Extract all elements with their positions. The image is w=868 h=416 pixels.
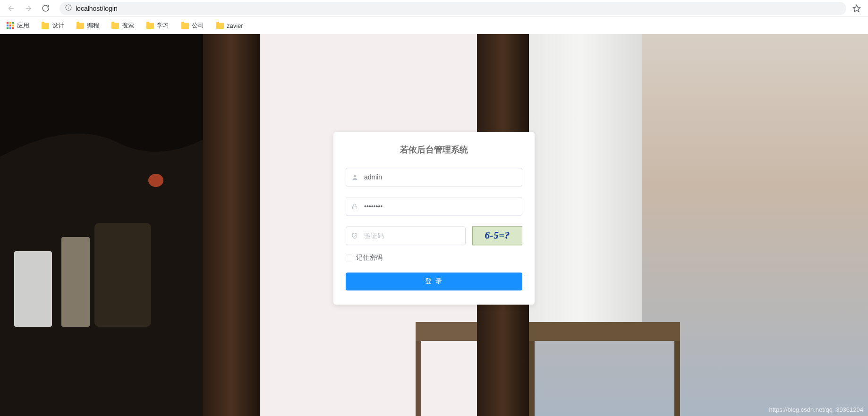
svg-rect-15 <box>94 223 151 327</box>
login-title: 若依后台管理系统 <box>346 144 522 155</box>
bookmark-star-button[interactable] <box>850 2 863 15</box>
folder-icon <box>146 23 154 29</box>
bookmark-folder[interactable]: 编程 <box>75 19 101 32</box>
svg-rect-9 <box>529 341 535 416</box>
login-card: 若依后台管理系统 6-5=? 记住密码 <box>333 132 535 305</box>
svg-rect-19 <box>352 206 357 209</box>
folder-icon <box>42 23 49 29</box>
folder-icon <box>77 23 84 29</box>
nav-back-button[interactable] <box>5 2 18 15</box>
captcha-input[interactable] <box>346 226 466 245</box>
nav-reload-button[interactable] <box>39 2 52 15</box>
folder-icon <box>181 23 189 29</box>
password-input[interactable] <box>346 197 522 216</box>
bookmarks-bar: 应用 设计 编程 搜索 学习 公司 zavier <box>0 17 868 34</box>
site-info-icon[interactable] <box>65 4 72 12</box>
bookmark-label: 编程 <box>87 21 99 30</box>
captcha-image[interactable]: 6-5=? <box>472 226 522 245</box>
address-bar[interactable]: localhost/login <box>60 2 846 15</box>
bookmark-label: 应用 <box>17 21 29 30</box>
bookmark-folder[interactable]: 公司 <box>179 19 206 32</box>
login-submit-button[interactable]: 登 录 <box>346 272 522 290</box>
svg-point-18 <box>354 175 356 177</box>
password-row <box>346 197 522 216</box>
user-icon <box>351 173 358 180</box>
remember-checkbox[interactable] <box>346 255 352 261</box>
address-url: localhost/login <box>76 5 118 12</box>
remember-row: 记住密码 <box>346 254 522 262</box>
bookmark-label: 搜索 <box>122 21 134 30</box>
watermark-text: https://blog.csdn.net/qq_39361204 <box>769 406 864 413</box>
svg-rect-8 <box>674 341 680 416</box>
page-background: 若依后台管理系统 6-5=? 记住密码 <box>0 34 868 416</box>
svg-rect-13 <box>14 251 52 327</box>
captcha-input-wrap <box>346 226 466 245</box>
svg-marker-3 <box>853 5 860 11</box>
lock-icon <box>351 203 358 210</box>
username-row <box>346 168 522 187</box>
svg-rect-16 <box>203 34 260 416</box>
svg-rect-14 <box>61 237 90 327</box>
bookmark-label: 公司 <box>192 21 204 30</box>
bookmark-folder[interactable]: zavier <box>214 20 245 31</box>
bookmark-label: 学习 <box>157 21 169 30</box>
shield-check-icon <box>351 232 358 239</box>
apps-grid-icon <box>7 22 14 29</box>
remember-label: 记住密码 <box>356 254 383 262</box>
bookmark-apps[interactable]: 应用 <box>5 19 31 32</box>
bookmark-folder[interactable]: 设计 <box>40 19 66 32</box>
bookmark-label: 设计 <box>52 21 64 30</box>
browser-toolbar: localhost/login <box>0 0 868 17</box>
username-input[interactable] <box>346 168 522 187</box>
nav-forward-button[interactable] <box>22 2 35 15</box>
bookmark-folder[interactable]: 搜索 <box>110 19 136 32</box>
captcha-row: 6-5=? <box>346 226 522 245</box>
bookmark-label: zavier <box>227 22 243 29</box>
svg-point-12 <box>148 174 163 187</box>
folder-icon <box>111 23 119 29</box>
bookmark-folder[interactable]: 学习 <box>145 19 171 32</box>
folder-icon <box>216 23 224 29</box>
